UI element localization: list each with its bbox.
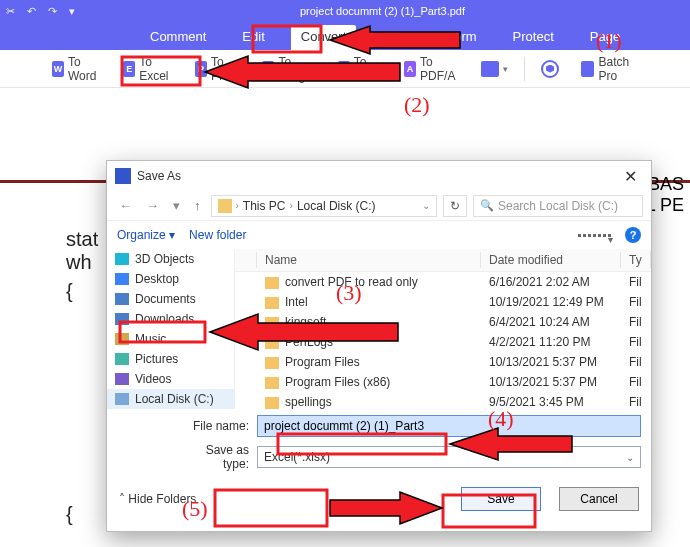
dialog-body: 3D Objects Desktop Documents Downloads M… <box>107 249 651 409</box>
tree-music[interactable]: Music <box>107 329 234 349</box>
table-row[interactable]: convert PDF to read only6/16/2021 2:02 A… <box>235 272 651 293</box>
tree-desktop[interactable]: Desktop <box>107 269 234 289</box>
desktop-icon <box>115 273 129 285</box>
refresh-button[interactable]: ↻ <box>443 195 467 217</box>
nav-back-button[interactable]: ← <box>115 196 136 215</box>
undo-icon[interactable]: ↶ <box>27 5 36 18</box>
title-bar: ✂ ↶ ↷ ▾ project docummt (2) (1)_Part3.pd… <box>0 0 690 22</box>
table-row[interactable]: kingsoft6/4/2021 10:24 AMFil <box>235 312 651 332</box>
folder-icon <box>265 297 279 309</box>
videos-icon <box>115 373 129 385</box>
menu-page[interactable]: Page <box>580 25 630 50</box>
breadcrumb[interactable]: › This PC › Local Disk (C:) ⌄ <box>211 195 438 217</box>
chevron-down-icon: ⌄ <box>626 452 634 463</box>
batch-icon <box>581 61 595 77</box>
ribbon-more-button[interactable]: ▾ <box>475 59 514 79</box>
chevron-right-icon: › <box>236 200 239 211</box>
help-button[interactable]: ? <box>625 227 641 243</box>
pdfa-icon: A <box>404 61 416 77</box>
file-name-label: File name: <box>177 419 257 433</box>
save-as-type-label: Save as type: <box>177 443 257 471</box>
chevron-down-icon[interactable]: ⌄ <box>422 200 430 211</box>
file-name-input[interactable] <box>257 415 641 437</box>
tree-videos[interactable]: Videos <box>107 369 234 389</box>
menu-form[interactable]: Form <box>436 25 486 50</box>
menu-edit[interactable]: Edit <box>232 25 274 50</box>
table-row[interactable]: Program Files (x86)10/13/2021 5:37 PMFil <box>235 372 651 392</box>
ribbon: WTo Word ETo Excel PTo PPT ITo Image TTo… <box>0 50 690 88</box>
to-excel-label: To Excel <box>139 55 173 83</box>
tree-3d-objects[interactable]: 3D Objects <box>107 249 234 269</box>
table-row[interactable]: spellings9/5/2021 3:45 PMFil <box>235 392 651 409</box>
hide-folders-toggle[interactable]: ˄ Hide Folders <box>119 492 196 506</box>
drive-icon <box>218 199 232 213</box>
to-ppt-button[interactable]: PTo PPT <box>189 53 246 85</box>
dialog-title: Save As <box>137 169 618 183</box>
nav-recent-dropdown[interactable]: ▾ <box>169 196 184 215</box>
dialog-footer: ˄ Hide Folders Save Cancel <box>107 477 651 511</box>
folder-icon <box>265 357 279 369</box>
batch-button[interactable]: Batch Pro <box>575 53 644 85</box>
to-pdfa-button[interactable]: ATo PDF/A <box>398 53 465 85</box>
word-icon: W <box>52 61 64 77</box>
folder-icon <box>265 397 279 409</box>
search-icon: 🔍 <box>480 199 494 212</box>
batch-label: Batch Pro <box>598 55 638 83</box>
menu-convert[interactable]: Convert <box>291 25 357 50</box>
col-name[interactable]: Name <box>257 249 481 272</box>
text-icon: T <box>338 61 350 77</box>
crumb-localdisk[interactable]: Local Disk (C:) <box>297 199 376 213</box>
cancel-button[interactable]: Cancel <box>559 487 639 511</box>
crumb-thispc[interactable]: This PC <box>243 199 286 213</box>
folder-icon <box>265 337 279 349</box>
to-image-label: To Image <box>278 55 315 83</box>
dialog-toolbar: Organize ▾ New folder ▾ ? <box>107 221 651 249</box>
save-button[interactable]: Save <box>461 487 541 511</box>
anno-label-2: (2) <box>404 92 430 117</box>
table-row[interactable]: Intel10/19/2021 12:49 PMFil <box>235 292 651 312</box>
to-text-label: To Text <box>354 55 382 83</box>
menu-comment[interactable]: Comment <box>140 25 216 50</box>
menu-view[interactable]: View <box>372 25 420 50</box>
organize-menu[interactable]: Organize ▾ <box>117 228 175 242</box>
tree-local-disk-c[interactable]: Local Disk (C:) <box>107 389 234 409</box>
save-as-type-value: Excel(*.xlsx) <box>264 450 330 464</box>
col-type[interactable]: Ty <box>621 249 651 272</box>
view-mode-button[interactable]: ▾ <box>578 234 611 237</box>
more-icon <box>481 61 499 77</box>
folder-icon <box>115 253 129 265</box>
doc-text-left-1: stat <box>66 228 98 251</box>
hex-icon <box>541 60 559 78</box>
to-image-button[interactable]: ITo Image <box>256 53 321 85</box>
table-row[interactable]: PerfLogs4/2/2021 11:20 PMFil <box>235 332 651 352</box>
chevron-right-icon: › <box>290 200 293 211</box>
menu-protect[interactable]: Protect <box>503 25 564 50</box>
app-icon <box>115 168 131 184</box>
dialog-fields: File name: Save as type: Excel(*.xlsx) ⌄ <box>107 409 651 471</box>
ppt-icon: P <box>195 61 207 77</box>
music-icon <box>115 333 129 345</box>
tree-downloads[interactable]: Downloads <box>107 309 234 329</box>
to-word-button[interactable]: WTo Word <box>46 53 107 85</box>
cut-icon[interactable]: ✂ <box>6 5 15 18</box>
drive-icon <box>115 393 129 405</box>
nav-up-button[interactable]: ↑ <box>190 196 205 215</box>
tree-pictures[interactable]: Pictures <box>107 349 234 369</box>
ribbon-separator <box>524 57 525 81</box>
col-date[interactable]: Date modified <box>481 249 621 272</box>
new-folder-button[interactable]: New folder <box>189 228 246 242</box>
search-placeholder: Search Local Disk (C:) <box>498 199 618 213</box>
ribbon-shape-button[interactable] <box>535 58 565 80</box>
table-row[interactable]: Program Files10/13/2021 5:37 PMFil <box>235 352 651 372</box>
folder-icon <box>265 277 279 289</box>
col-icon[interactable] <box>235 249 257 272</box>
to-excel-button[interactable]: ETo Excel <box>117 53 179 85</box>
redo-icon[interactable]: ↷ <box>48 5 57 18</box>
close-button[interactable]: ✕ <box>618 167 643 186</box>
search-input[interactable]: 🔍 Search Local Disk (C:) <box>473 195 643 217</box>
nav-forward-button[interactable]: → <box>142 196 163 215</box>
save-as-type-select[interactable]: Excel(*.xlsx) ⌄ <box>257 446 641 468</box>
dropdown-icon[interactable]: ▾ <box>69 5 75 18</box>
to-text-button[interactable]: TTo Text <box>332 53 388 85</box>
tree-documents[interactable]: Documents <box>107 289 234 309</box>
